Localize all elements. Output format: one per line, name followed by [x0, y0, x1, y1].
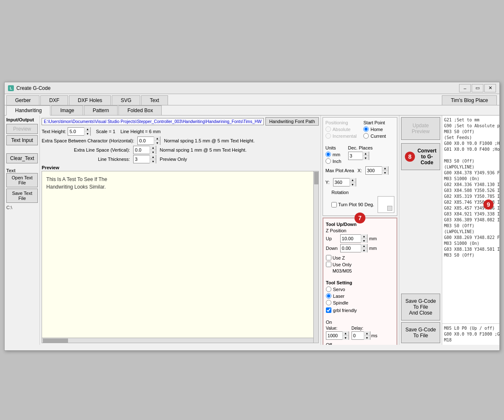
- delay-on-sublabel: Delay:: [352, 326, 378, 331]
- use-only-checkbox[interactable]: [326, 262, 331, 267]
- tab-svg[interactable]: SVG: [112, 95, 140, 105]
- up-input[interactable]: [341, 236, 361, 242]
- inch-radio-input[interactable]: [326, 158, 331, 164]
- dec-places-up[interactable]: ▲: [363, 152, 369, 156]
- laser-radio[interactable]: [326, 293, 331, 299]
- text-height-input[interactable]: [68, 129, 84, 134]
- value-on-up[interactable]: ▲: [343, 331, 349, 336]
- input-output-label: Input/Output: [6, 117, 38, 122]
- minimize-button[interactable]: –: [459, 84, 471, 92]
- y-down[interactable]: ▼: [350, 182, 356, 186]
- gcode-panel: G21 ;Set to mm G90 ;Set to Absolute posi…: [442, 116, 499, 345]
- up-label: Up: [326, 236, 339, 241]
- text-height-up[interactable]: ▲: [84, 127, 90, 131]
- path-value: C:\: [6, 205, 38, 210]
- text-height-down[interactable]: ▼: [84, 131, 90, 136]
- extra-space-up[interactable]: ▲: [154, 136, 160, 141]
- text-input-button[interactable]: Text Input: [6, 135, 38, 145]
- absolute-radio-input[interactable]: [326, 126, 331, 132]
- preview-label: Preview: [42, 165, 318, 170]
- text-height-label: Text Height:: [42, 129, 66, 134]
- extra-space-input[interactable]: [138, 138, 154, 144]
- off-label: Off: [326, 342, 378, 345]
- extra-space-down[interactable]: ▼: [154, 141, 160, 145]
- tab-gerber[interactable]: Gerber: [6, 95, 39, 105]
- settings-row4: Line Thickness: ▲ ▼ Preview Only: [42, 155, 318, 163]
- x-up[interactable]: ▲: [382, 166, 388, 171]
- up-spinup[interactable]: ▲: [361, 234, 367, 239]
- home-label: Home: [370, 127, 383, 132]
- units-label: Units: [326, 145, 341, 150]
- down-unit: mm: [369, 246, 377, 251]
- close-button[interactable]: ✕: [484, 84, 496, 92]
- home-radio-input[interactable]: [363, 126, 369, 132]
- up-spindown[interactable]: ▼: [361, 239, 367, 243]
- extra-line-down[interactable]: ▼: [150, 150, 156, 154]
- preview-area: This Is A Test To See If The Handwriting…: [42, 171, 318, 343]
- open-text-file-button[interactable]: Open Text File: [6, 173, 38, 187]
- vertical-scrollbar[interactable]: [313, 171, 318, 343]
- tab-pattern[interactable]: Pattern: [84, 105, 118, 115]
- y-input[interactable]: [333, 179, 349, 185]
- extra-line-input[interactable]: [134, 147, 150, 153]
- servo-radio[interactable]: [326, 286, 331, 292]
- down-spindown[interactable]: ▼: [361, 248, 367, 252]
- delay-on-up[interactable]: ▲: [364, 331, 370, 336]
- down-input[interactable]: [341, 245, 361, 251]
- current-label: Current: [370, 134, 386, 139]
- tab-handwriting[interactable]: Handwriting: [6, 105, 50, 116]
- value-on-down[interactable]: ▼: [343, 336, 349, 340]
- tab-folded-box[interactable]: Folded Box: [118, 105, 162, 115]
- clear-text-button[interactable]: Clear_Text: [6, 153, 38, 163]
- dec-places-input[interactable]: [349, 153, 362, 159]
- horizontal-scrollbar[interactable]: [42, 338, 313, 343]
- line-thickness-input[interactable]: [134, 156, 150, 162]
- x-input[interactable]: [366, 168, 382, 173]
- line-thickness-label: Line Thickness:: [42, 157, 130, 162]
- tab-dxf-holes[interactable]: DXF Holes: [69, 95, 111, 105]
- title-bar: L Create G-Code – ▭ ✕: [5, 82, 499, 94]
- turn-90-checkbox[interactable]: [331, 202, 337, 207]
- delay-on-input[interactable]: [352, 333, 364, 339]
- tab-blog[interactable]: Tim's Blog Place: [442, 95, 497, 105]
- dec-places-label: Dec. Places: [348, 145, 373, 150]
- spindle-radio[interactable]: [326, 300, 331, 305]
- extra-line-up[interactable]: ▲: [150, 146, 156, 150]
- font-path-display: E:\Users\timon\Documents\Visual Studio P…: [42, 118, 264, 125]
- update-preview-button[interactable]: UpdatePreview: [401, 117, 440, 140]
- grbl-friendly-checkbox[interactable]: [326, 307, 331, 313]
- settings-panel: Positioning Absolute Incremental Start P…: [320, 116, 399, 345]
- turn-90-label: Turn Plot 90 Deg.: [338, 202, 374, 207]
- font-path-row: E:\Users\timon\Documents\Visual Studio P…: [42, 117, 318, 126]
- tab-dxf[interactable]: DXF: [40, 95, 68, 105]
- preview-button[interactable]: Preview: [6, 124, 38, 134]
- extra-space-label: Extra Space Between Charactor (Horizonta…: [42, 138, 134, 143]
- laser-label: Laser: [333, 294, 345, 299]
- value-on-input[interactable]: [326, 333, 342, 339]
- line-thickness-down[interactable]: ▼: [150, 159, 156, 163]
- line-thickness-up[interactable]: ▲: [150, 155, 156, 159]
- tab-text[interactable]: Text: [141, 95, 168, 105]
- gcode-top-text: G21 ;Set to mm G90 ;Set to Absolute posi…: [444, 117, 498, 258]
- incremental-radio-input[interactable]: [326, 133, 331, 139]
- gcode-scroll-area[interactable]: G21 ;Set to mm G90 ;Set to Absolute posi…: [442, 116, 499, 323]
- save-and-close-button[interactable]: Save G-CodeTo FileAnd Close: [401, 294, 440, 320]
- save-text-file-button[interactable]: Save Text File: [6, 189, 38, 203]
- font-path-button[interactable]: Handwriting Font Path: [265, 117, 319, 126]
- convert-button[interactable]: 8 Convert to G-Code: [401, 143, 440, 170]
- down-spinup[interactable]: ▲: [361, 244, 367, 248]
- absolute-radio: Absolute: [326, 126, 357, 132]
- save-to-file-button[interactable]: Save G-CodeTo File: [401, 322, 440, 343]
- maximize-button[interactable]: ▭: [472, 84, 483, 92]
- delay-on-down[interactable]: ▼: [364, 336, 370, 340]
- x-down[interactable]: ▼: [382, 171, 388, 175]
- current-radio-input[interactable]: [363, 133, 369, 139]
- dec-places-down[interactable]: ▼: [363, 156, 369, 160]
- rotation-label: Rotation: [331, 190, 349, 195]
- use-z-checkbox[interactable]: [326, 255, 331, 260]
- left-column: Input/Output Preview Text Input Clear_Te…: [5, 116, 40, 345]
- mm-radio-input[interactable]: [326, 152, 331, 157]
- tab-image[interactable]: Image: [51, 105, 83, 115]
- scrollbar-thumb-v: [314, 172, 318, 184]
- y-up[interactable]: ▲: [350, 178, 356, 182]
